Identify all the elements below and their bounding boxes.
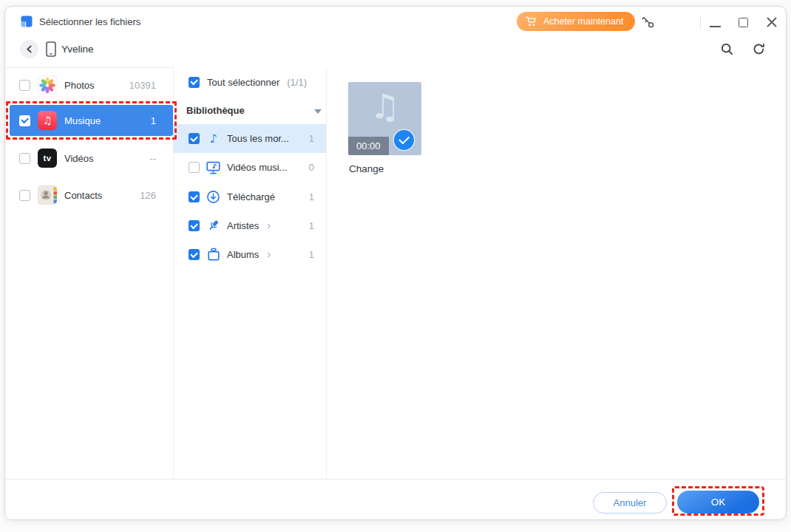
- library-item-label: Vidéos musi...: [227, 162, 287, 173]
- videos-checkbox[interactable]: [19, 153, 30, 164]
- footer-divider: [5, 479, 786, 480]
- photos-app-icon: [38, 75, 57, 95]
- artists-checkbox[interactable]: [189, 220, 200, 231]
- device-name: Yveline: [61, 44, 94, 55]
- library-item-label: Tous les mor...: [227, 133, 289, 144]
- library-item-music-videos[interactable]: Vidéos musi... 0: [173, 153, 326, 182]
- contacts-app-icon: [38, 185, 57, 205]
- maximize-button[interactable]: [737, 16, 749, 28]
- all-songs-checkbox[interactable]: [189, 133, 200, 144]
- device-phone-icon: [46, 41, 56, 57]
- close-button[interactable]: [765, 16, 778, 29]
- left-panel-top-border: [5, 67, 173, 68]
- photos-checkbox[interactable]: [19, 80, 30, 91]
- albums-checkbox[interactable]: [189, 249, 200, 260]
- minimize-button[interactable]: [708, 16, 722, 29]
- library-item-downloaded[interactable]: Téléchargé 1: [173, 183, 326, 211]
- musique-checkbox[interactable]: [19, 115, 30, 126]
- sidebar-item-label: Vidéos: [64, 153, 94, 164]
- library-section-title: Bibliothèque: [186, 105, 245, 116]
- cart-icon: [526, 16, 537, 27]
- sidebar-item-count: 1: [151, 115, 156, 126]
- back-button[interactable]: [20, 40, 38, 58]
- title-bar: Sélectionner les fichiers Acheter mainte…: [5, 7, 786, 36]
- menu-icon[interactable]: [672, 16, 688, 27]
- album-icon: [206, 248, 220, 262]
- select-all-row[interactable]: Tout sélectionner (1/1): [173, 72, 326, 92]
- sidebar-item-label: Contacts: [64, 190, 102, 201]
- buy-now-label: Acheter maintenant: [543, 16, 623, 27]
- register-key-icon[interactable]: [641, 15, 656, 30]
- cancel-button[interactable]: Annuler: [593, 492, 667, 514]
- library-item-label: Albums: [227, 249, 259, 260]
- library-item-all-songs[interactable]: ♪ Tous les mor... 1: [173, 124, 326, 153]
- library-item-count: 1: [309, 191, 314, 202]
- microphone-icon: [206, 219, 220, 233]
- music-note-icon: ♪: [206, 132, 220, 146]
- contacts-checkbox[interactable]: [19, 190, 30, 201]
- chevron-right-icon[interactable]: [267, 221, 271, 231]
- window-title: Sélectionner les fichiers: [39, 16, 140, 27]
- music-videos-checkbox[interactable]: [189, 162, 200, 173]
- select-all-label: Tout sélectionner: [207, 77, 279, 88]
- sidebar-item-count: 10391: [129, 80, 156, 91]
- select-all-ratio: (1/1): [287, 77, 307, 88]
- app-logo-icon: [20, 15, 33, 28]
- library-item-count: 1: [309, 249, 314, 260]
- appletv-app-icon: [38, 149, 57, 168]
- library-item-count: 1: [309, 133, 314, 144]
- duration-badge: 00:00: [348, 137, 389, 155]
- download-icon: [206, 190, 220, 204]
- library-item-albums[interactable]: Albums 1: [173, 240, 326, 269]
- music-video-icon: [206, 160, 220, 174]
- sidebar-item-musique[interactable]: Musique 1: [10, 105, 173, 136]
- chevron-right-icon[interactable]: [267, 250, 271, 260]
- library-item-artists[interactable]: Artistes 1: [173, 211, 326, 240]
- search-icon[interactable]: [720, 42, 734, 58]
- sidebar-item-photos[interactable]: Photos 10391: [5, 70, 173, 100]
- vertical-divider-2: [326, 68, 327, 479]
- music-item-name: Change: [349, 163, 384, 174]
- sidebar-item-label: Musique: [64, 115, 101, 126]
- library-item-label: Artistes: [227, 220, 259, 231]
- library-item-count: 0: [309, 162, 314, 173]
- downloaded-checkbox[interactable]: [189, 191, 200, 202]
- chevron-left-icon: [26, 45, 33, 53]
- sidebar-item-label: Photos: [64, 80, 94, 91]
- item-selected-check-icon[interactable]: [394, 130, 414, 150]
- app-window: Sélectionner les fichiers Acheter mainte…: [4, 6, 787, 520]
- ok-button[interactable]: OK: [677, 491, 759, 514]
- refresh-icon[interactable]: [752, 42, 766, 58]
- music-placeholder-icon: ♫: [348, 86, 421, 126]
- titlebar-separator: [700, 16, 701, 28]
- sidebar-item-count: 126: [140, 190, 156, 201]
- sidebar-item-count: --: [149, 153, 156, 164]
- sidebar-item-videos[interactable]: Vidéos --: [5, 143, 173, 173]
- buy-now-button[interactable]: Acheter maintenant: [517, 12, 635, 31]
- collapse-triangle-icon[interactable]: [314, 109, 322, 117]
- music-app-icon: [38, 111, 57, 130]
- select-all-checkbox[interactable]: [189, 77, 200, 88]
- library-item-count: 1: [309, 220, 314, 231]
- sidebar-item-contacts[interactable]: Contacts 126: [5, 180, 173, 210]
- library-item-label: Téléchargé: [227, 191, 275, 202]
